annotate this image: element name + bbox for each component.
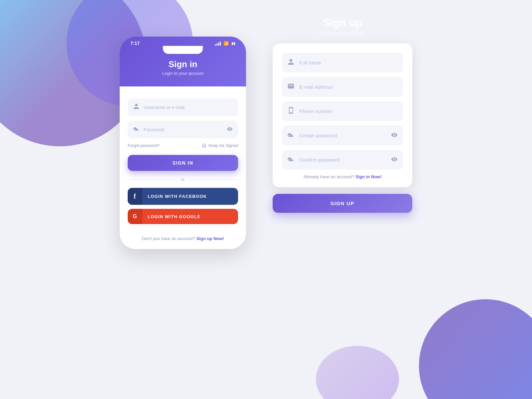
status-time: 7:17 <box>130 41 140 46</box>
user-icon <box>133 103 140 111</box>
page-container: 7:17 📶 ▮▮ Sign in Login to your account <box>0 0 532 399</box>
signup-panel: Sign up Create a new account Full name E… <box>273 17 412 213</box>
email-field[interactable]: E-mail Address <box>282 77 403 97</box>
email-placeholder: E-mail Address <box>299 84 398 90</box>
username-placeholder: Username or e-mail <box>144 105 233 110</box>
already-row: Allready have an account? Sign in Now! <box>282 174 403 179</box>
google-button[interactable]: G LOGIN WITH GOOGLE <box>128 209 238 224</box>
signup-now-link[interactable]: Sign up Now! <box>197 236 224 241</box>
already-text: Allready have an account? <box>303 174 354 179</box>
signup-header: Sign up Create a new account <box>273 17 412 36</box>
confirm-password-toggle-icon[interactable] <box>391 156 398 164</box>
signin-button[interactable]: SIGN IN <box>128 155 238 171</box>
signup-title: Sign up <box>273 17 412 29</box>
phone-placeholder: Phone number <box>299 108 398 114</box>
password-placeholder: Password <box>144 127 223 132</box>
confirm-password-placeholder: Confirm password <box>299 157 386 163</box>
phone-field[interactable]: Phone number <box>282 101 403 121</box>
divider-right <box>189 179 238 180</box>
confirm-password-key-icon <box>287 155 295 164</box>
status-icons: 📶 ▮▮ <box>215 41 235 46</box>
confirm-password-field[interactable]: Confirm password <box>282 150 403 170</box>
keep-signed-label: Keep me Signed <box>208 143 238 148</box>
signup-subtitle: Create a new account <box>273 30 412 36</box>
key-icon <box>133 125 140 134</box>
battery-icon: ▮▮ <box>231 41 235 46</box>
google-icon: G <box>128 209 142 224</box>
divider-row: or <box>128 177 238 182</box>
forgot-row: Forgot password? ☑ Keep me Signed <box>128 143 238 148</box>
signup-card: Full name E-mail Address Phone number <box>273 44 412 187</box>
signin-phone-mockup: 7:17 📶 ▮▮ Sign in Login to your account <box>120 37 246 249</box>
signin-now-link[interactable]: Sign in Now! <box>355 174 382 179</box>
create-password-toggle-icon[interactable] <box>391 132 398 140</box>
create-password-placeholder: Create password <box>299 133 386 138</box>
create-password-key-icon <box>287 131 295 140</box>
wifi-icon: 📶 <box>223 41 229 46</box>
phone-notch <box>163 46 203 54</box>
signin-title: Sign in <box>128 59 238 69</box>
facebook-icon: f <box>128 188 142 205</box>
google-button-label: LOGIN WITH GOOGLE <box>148 214 200 219</box>
facebook-button[interactable]: f LOGIN WITH FACEBOOK <box>128 188 238 205</box>
email-icon <box>287 82 295 91</box>
password-field[interactable]: Password <box>128 121 238 138</box>
facebook-button-label: LOGIN WITH FACEBOOK <box>148 194 207 199</box>
keep-signed-row[interactable]: ☑ Keep me Signed <box>202 143 238 148</box>
phone-footer: Don't you have an account? Sign up Now! <box>120 231 246 249</box>
footer-text: Don't you have an account? <box>142 236 195 241</box>
create-password-field[interactable]: Create password <box>282 126 403 145</box>
phone-icon <box>287 107 295 116</box>
forgot-password-link[interactable]: Forgot password? <box>128 143 160 148</box>
signin-subtitle: Login to your account <box>128 71 238 76</box>
fullname-placeholder: Full name <box>299 60 398 66</box>
fullname-field[interactable]: Full name <box>282 53 403 72</box>
phone-body: Username or e-mail Password Forgot passw… <box>120 89 246 231</box>
checkbox-icon: ☑ <box>202 143 206 148</box>
divider-text: or <box>181 177 185 182</box>
phone-header: 7:17 📶 ▮▮ Sign in Login to your account <box>120 37 246 86</box>
fullname-user-icon <box>287 58 295 67</box>
signup-button[interactable]: SIGN UP <box>273 194 412 213</box>
password-toggle-icon[interactable] <box>227 126 233 133</box>
username-field[interactable]: Username or e-mail <box>128 98 238 116</box>
divider-left <box>128 179 177 180</box>
signal-bars-icon <box>215 41 221 46</box>
